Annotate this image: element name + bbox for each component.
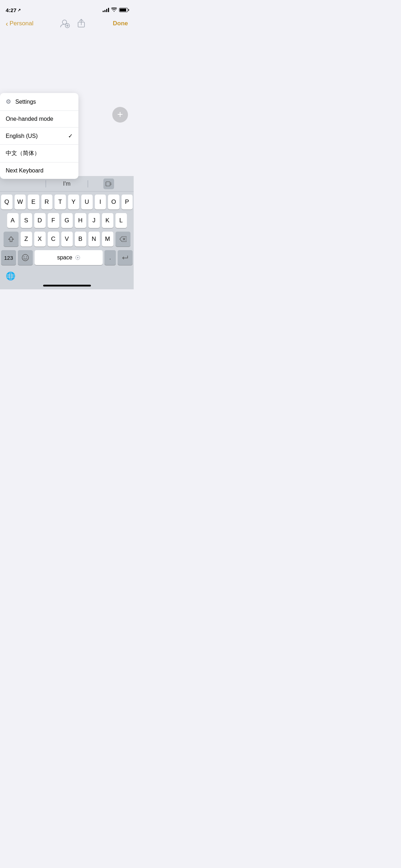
dropdown-settings[interactable]: ⚙ Settings [0, 93, 78, 111]
key-y[interactable]: Y [68, 195, 79, 210]
autocomplete-word-center[interactable]: I'm [46, 181, 87, 187]
dropdown-chinese[interactable]: 中文（简体） [0, 145, 78, 162]
home-indicator [43, 285, 91, 286]
key-z[interactable]: Z [21, 232, 32, 247]
key-l[interactable]: L [115, 213, 127, 228]
return-key[interactable] [118, 250, 133, 265]
dropdown-one-handed[interactable]: One-handed mode [0, 111, 78, 128]
status-right [103, 7, 128, 13]
svg-point-0 [62, 20, 67, 24]
svg-point-10 [24, 257, 24, 257]
svg-point-11 [26, 257, 27, 257]
key-v[interactable]: V [61, 232, 73, 247]
key-s[interactable]: S [21, 213, 32, 228]
add-note-button[interactable]: + [112, 107, 128, 123]
space-label: space [57, 254, 72, 261]
nav-bar: ‹ Personal Done [0, 16, 134, 31]
location-arrow-icon: ↗ [17, 8, 21, 12]
share-button[interactable] [76, 18, 87, 29]
key-d[interactable]: D [34, 213, 46, 228]
shift-key[interactable] [4, 232, 19, 247]
back-button[interactable]: ‹ Personal [6, 20, 34, 28]
key-a[interactable]: A [7, 213, 19, 228]
space-key[interactable]: space [35, 250, 103, 265]
key-i[interactable]: I [95, 195, 106, 210]
key-x[interactable]: X [34, 232, 46, 247]
numbers-key[interactable]: 123 [1, 250, 16, 265]
add-user-button[interactable] [60, 18, 70, 29]
gear-icon: ⚙ [6, 98, 11, 105]
key-u[interactable]: U [81, 195, 93, 210]
globe-icon[interactable]: 🌐 [6, 272, 15, 281]
period-key[interactable]: . [104, 250, 116, 265]
key-q[interactable]: Q [1, 195, 12, 210]
chinese-label: 中文（简体） [6, 150, 40, 157]
svg-point-9 [22, 254, 29, 261]
svg-point-13 [77, 257, 78, 258]
plus-icon: + [117, 109, 123, 119]
key-row-4: 123 space . [1, 250, 133, 265]
status-bar: 4:27 ↗ [0, 0, 134, 16]
svg-rect-6 [106, 182, 110, 186]
one-handed-label: One-handed mode [6, 116, 53, 122]
english-label: English (US) [6, 133, 38, 139]
checkmark-icon: ✓ [68, 133, 73, 139]
chevron-left-icon: ‹ [6, 20, 8, 28]
key-n[interactable]: N [88, 232, 100, 247]
dropdown-next-keyboard[interactable]: Next Keyboard [0, 162, 78, 179]
key-f[interactable]: F [48, 213, 59, 228]
done-button[interactable]: Done [113, 20, 128, 27]
key-w[interactable]: W [15, 195, 26, 210]
dropdown-english[interactable]: English (US) ✓ [0, 128, 78, 145]
keyboard-keys: Q W E R T Y U I O P A S D F G H J K L [0, 192, 134, 270]
key-m[interactable]: M [102, 232, 113, 247]
key-g[interactable]: G [61, 213, 73, 228]
key-r[interactable]: R [41, 195, 53, 210]
key-row-3: Z X C V B N M [1, 232, 133, 247]
keyboard-container: I'm Q W E R T Y U I O P [0, 176, 134, 289]
time-text: 4:27 [6, 7, 16, 13]
key-b[interactable]: B [75, 232, 86, 247]
next-keyboard-label: Next Keyboard [6, 167, 43, 174]
status-time: 4:27 ↗ [6, 7, 21, 13]
key-t[interactable]: T [55, 195, 66, 210]
key-c[interactable]: C [48, 232, 59, 247]
emoji-key[interactable] [18, 250, 33, 265]
wifi-icon [111, 7, 117, 13]
battery-icon [119, 8, 128, 12]
delete-key[interactable] [115, 232, 130, 247]
key-e[interactable]: E [28, 195, 39, 210]
key-row-1: Q W E R T Y U I O P [1, 195, 133, 210]
bottom-bar: 🌐 [0, 270, 134, 282]
home-indicator-container [0, 282, 134, 289]
key-j[interactable]: J [88, 213, 100, 228]
nav-center-icons [60, 18, 87, 29]
signal-bars-icon [103, 8, 109, 12]
key-k[interactable]: K [102, 213, 113, 228]
key-p[interactable]: P [122, 195, 133, 210]
back-label: Personal [10, 20, 34, 27]
settings-label: Settings [15, 99, 36, 105]
key-row-2: A S D F G H J K L [1, 213, 133, 228]
autocomplete-icon-right[interactable] [103, 179, 114, 189]
key-o[interactable]: O [108, 195, 119, 210]
keyboard-dropdown-menu: ⚙ Settings One-handed mode English (US) … [0, 93, 78, 179]
key-h[interactable]: H [75, 213, 86, 228]
